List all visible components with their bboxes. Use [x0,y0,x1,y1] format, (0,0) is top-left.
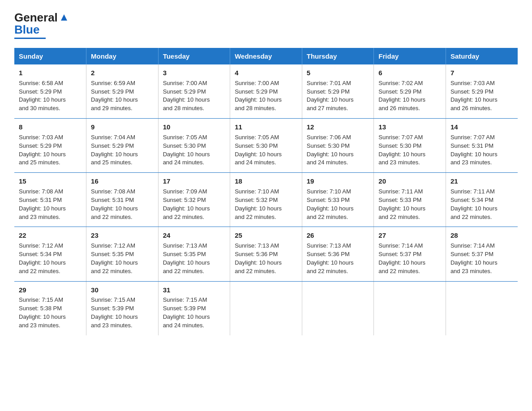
day-info: Sunrise: 7:02 AM Sunset: 5:29 PM Dayligh… [378,79,441,113]
day-info: Sunrise: 7:10 AM Sunset: 5:33 PM Dayligh… [307,188,369,221]
calendar-cell: 7Sunrise: 7:03 AM Sunset: 5:29 PM Daylig… [446,64,518,119]
day-info: Sunrise: 7:15 AM Sunset: 5:38 PM Dayligh… [19,296,82,330]
weekday-header-monday: Monday [86,48,159,64]
day-info: Sunrise: 7:12 AM Sunset: 5:35 PM Dayligh… [91,242,154,275]
calendar-cell [374,281,446,335]
logo-blue-text: Blue [14,23,39,37]
day-number: 13 [378,122,441,132]
week-row-5: 29Sunrise: 7:15 AM Sunset: 5:38 PM Dayli… [14,281,518,335]
day-number: 18 [235,176,297,186]
day-info: Sunrise: 7:11 AM Sunset: 5:34 PM Dayligh… [450,188,513,221]
calendar-cell: 24Sunrise: 7:13 AM Sunset: 5:35 PM Dayli… [158,227,230,281]
day-info: Sunrise: 7:13 AM Sunset: 5:35 PM Dayligh… [163,242,226,275]
day-number: 2 [91,68,154,78]
calendar-cell: 15Sunrise: 7:08 AM Sunset: 5:31 PM Dayli… [14,173,86,227]
calendar-cell: 16Sunrise: 7:08 AM Sunset: 5:31 PM Dayli… [86,173,159,227]
calendar-cell: 25Sunrise: 7:13 AM Sunset: 5:36 PM Dayli… [230,227,302,281]
day-info: Sunrise: 7:05 AM Sunset: 5:30 PM Dayligh… [163,133,226,167]
calendar-cell: 18Sunrise: 7:10 AM Sunset: 5:32 PM Dayli… [230,173,302,227]
calendar-cell: 5Sunrise: 7:01 AM Sunset: 5:29 PM Daylig… [302,64,374,119]
day-number: 24 [163,231,226,240]
day-info: Sunrise: 7:09 AM Sunset: 5:32 PM Dayligh… [163,188,226,221]
day-number: 3 [163,68,226,78]
day-number: 9 [91,122,154,132]
day-number: 26 [307,231,369,240]
calendar-cell: 29Sunrise: 7:15 AM Sunset: 5:38 PM Dayli… [14,281,86,335]
day-number: 17 [163,176,226,186]
calendar-cell: 17Sunrise: 7:09 AM Sunset: 5:32 PM Dayli… [158,173,230,227]
day-info: Sunrise: 6:58 AM Sunset: 5:29 PM Dayligh… [19,79,82,113]
calendar-cell: 28Sunrise: 7:14 AM Sunset: 5:37 PM Dayli… [446,227,518,281]
day-number: 29 [19,285,82,295]
weekday-header-row: SundayMondayTuesdayWednesdayThursdayFrid… [14,48,518,64]
day-info: Sunrise: 7:08 AM Sunset: 5:31 PM Dayligh… [91,188,154,221]
calendar-cell: 20Sunrise: 7:11 AM Sunset: 5:33 PM Dayli… [374,173,446,227]
calendar-cell: 2Sunrise: 6:59 AM Sunset: 5:29 PM Daylig… [86,64,159,119]
day-number: 10 [163,122,226,132]
calendar-cell: 8Sunrise: 7:03 AM Sunset: 5:29 PM Daylig… [14,119,86,173]
day-info: Sunrise: 7:15 AM Sunset: 5:39 PM Dayligh… [163,296,226,330]
day-number: 5 [307,68,369,78]
day-info: Sunrise: 7:15 AM Sunset: 5:39 PM Dayligh… [91,296,154,330]
day-number: 30 [91,285,154,295]
calendar-cell: 11Sunrise: 7:05 AM Sunset: 5:30 PM Dayli… [230,119,302,173]
calendar-cell: 21Sunrise: 7:11 AM Sunset: 5:34 PM Dayli… [446,173,518,227]
day-number: 21 [450,176,513,186]
weekday-header-saturday: Saturday [446,48,518,64]
calendar-cell: 31Sunrise: 7:15 AM Sunset: 5:39 PM Dayli… [158,281,230,335]
logo-triangle-icon [59,13,69,22]
calendar-cell: 26Sunrise: 7:13 AM Sunset: 5:36 PM Dayli… [302,227,374,281]
calendar-table: SundayMondayTuesdayWednesdayThursdayFrid… [14,48,518,335]
day-number: 20 [378,176,441,186]
day-info: Sunrise: 7:14 AM Sunset: 5:37 PM Dayligh… [450,242,513,275]
day-info: Sunrise: 7:10 AM Sunset: 5:32 PM Dayligh… [235,188,297,221]
calendar-cell [302,281,374,335]
day-number: 8 [19,122,82,132]
page-header: General Blue [14,11,518,39]
svg-marker-0 [61,14,67,21]
day-info: Sunrise: 7:14 AM Sunset: 5:37 PM Dayligh… [378,242,441,275]
logo-underline [14,38,46,39]
day-info: Sunrise: 7:03 AM Sunset: 5:29 PM Dayligh… [19,133,82,167]
day-number: 14 [450,122,513,132]
calendar-cell: 27Sunrise: 7:14 AM Sunset: 5:37 PM Dayli… [374,227,446,281]
weekday-header-friday: Friday [374,48,446,64]
day-info: Sunrise: 7:13 AM Sunset: 5:36 PM Dayligh… [235,242,297,275]
day-number: 11 [235,122,297,132]
day-info: Sunrise: 7:00 AM Sunset: 5:29 PM Dayligh… [163,79,226,113]
calendar-cell: 3Sunrise: 7:00 AM Sunset: 5:29 PM Daylig… [158,64,230,119]
calendar-cell: 4Sunrise: 7:00 AM Sunset: 5:29 PM Daylig… [230,64,302,119]
calendar-cell: 13Sunrise: 7:07 AM Sunset: 5:30 PM Dayli… [374,119,446,173]
day-number: 4 [235,68,297,78]
calendar-cell: 12Sunrise: 7:06 AM Sunset: 5:30 PM Dayli… [302,119,374,173]
calendar-cell: 22Sunrise: 7:12 AM Sunset: 5:34 PM Dayli… [14,227,86,281]
day-info: Sunrise: 7:06 AM Sunset: 5:30 PM Dayligh… [307,133,369,167]
day-number: 1 [19,68,82,78]
day-info: Sunrise: 7:11 AM Sunset: 5:33 PM Dayligh… [378,188,441,221]
week-row-1: 1Sunrise: 6:58 AM Sunset: 5:29 PM Daylig… [14,64,518,119]
calendar-cell [230,281,302,335]
day-number: 23 [91,231,154,240]
day-info: Sunrise: 7:12 AM Sunset: 5:34 PM Dayligh… [19,242,82,275]
day-info: Sunrise: 6:59 AM Sunset: 5:29 PM Dayligh… [91,79,154,113]
day-info: Sunrise: 7:04 AM Sunset: 5:29 PM Dayligh… [91,133,154,167]
weekday-header-sunday: Sunday [14,48,86,64]
day-number: 6 [378,68,441,78]
week-row-4: 22Sunrise: 7:12 AM Sunset: 5:34 PM Dayli… [14,227,518,281]
calendar-cell: 6Sunrise: 7:02 AM Sunset: 5:29 PM Daylig… [374,64,446,119]
day-info: Sunrise: 7:00 AM Sunset: 5:29 PM Dayligh… [235,79,297,113]
day-number: 15 [19,176,82,186]
day-number: 28 [450,231,513,240]
calendar-cell: 1Sunrise: 6:58 AM Sunset: 5:29 PM Daylig… [14,64,86,119]
calendar-cell: 19Sunrise: 7:10 AM Sunset: 5:33 PM Dayli… [302,173,374,227]
week-row-3: 15Sunrise: 7:08 AM Sunset: 5:31 PM Dayli… [14,173,518,227]
day-number: 16 [91,176,154,186]
day-info: Sunrise: 7:05 AM Sunset: 5:30 PM Dayligh… [235,133,297,167]
week-row-2: 8Sunrise: 7:03 AM Sunset: 5:29 PM Daylig… [14,119,518,173]
logo: General Blue [14,11,69,39]
calendar-cell: 9Sunrise: 7:04 AM Sunset: 5:29 PM Daylig… [86,119,159,173]
day-info: Sunrise: 7:13 AM Sunset: 5:36 PM Dayligh… [307,242,369,275]
day-number: 22 [19,231,82,240]
weekday-header-wednesday: Wednesday [230,48,302,64]
day-number: 25 [235,231,297,240]
